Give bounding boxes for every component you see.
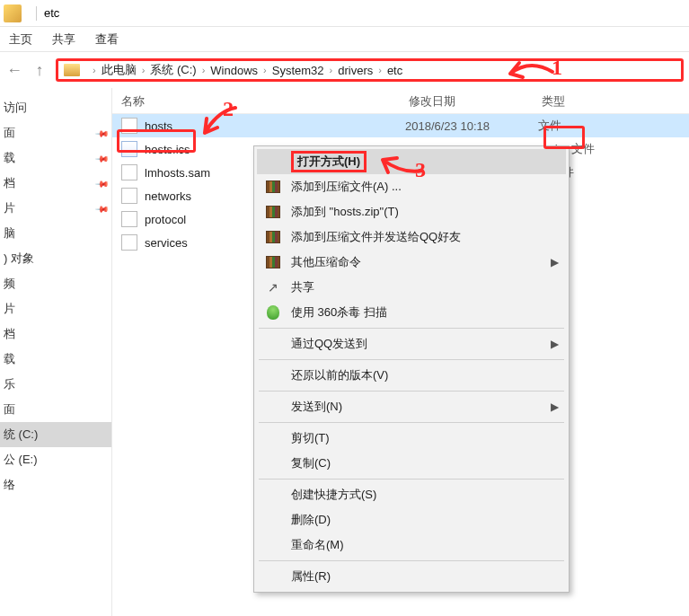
context-menu-label: 剪切(T)	[291, 430, 559, 446]
blank-icon	[264, 153, 282, 171]
sidebar-item[interactable]: 访问	[0, 95, 111, 120]
file-icon	[121, 188, 137, 204]
context-menu-label: 添加到压缩文件(A) ...	[291, 179, 559, 195]
sidebar-item-label: 档	[4, 175, 15, 191]
chevron-right-icon: ▶	[551, 338, 559, 350]
address-bar: ← ↑ › 此电脑 › 系统 (C:) › Windows › System32…	[0, 52, 689, 88]
sidebar-item[interactable]: 乐	[0, 372, 111, 397]
context-menu-label: 属性(R)	[291, 568, 559, 585]
context-menu-item[interactable]: ↗共享	[257, 275, 566, 300]
blank-icon	[264, 511, 282, 529]
context-menu-item[interactable]: 还原以前的版本(V)	[257, 363, 566, 388]
ribbon-tabs: 主页 共享 查看	[0, 27, 689, 52]
blank-icon	[264, 486, 282, 504]
context-menu-item[interactable]: 其他压缩命令▶	[257, 250, 566, 275]
context-menu-label: 发送到(N)	[291, 399, 551, 415]
menu-separator	[259, 328, 564, 329]
context-menu: 打开方式(H)添加到压缩文件(A) ...添加到 "hosts.zip"(T)添…	[253, 145, 570, 593]
context-menu-item[interactable]: 发送到(N)▶	[257, 394, 566, 419]
context-menu-item[interactable]: 剪切(T)	[257, 426, 566, 451]
sidebar-item[interactable]: 档	[0, 321, 111, 347]
context-menu-label: 共享	[291, 279, 559, 295]
breadcrumb-segment[interactable]: etc	[387, 64, 402, 77]
context-menu-item[interactable]: 重命名(M)	[257, 532, 566, 558]
blank-icon	[264, 366, 282, 384]
context-menu-item[interactable]: 打开方式(H)	[257, 149, 566, 174]
sidebar-item[interactable]: ) 对象	[0, 246, 111, 271]
tab-view[interactable]: 查看	[95, 31, 119, 48]
sidebar-item[interactable]: 频	[0, 271, 111, 296]
menu-separator	[259, 422, 564, 423]
breadcrumb-segment[interactable]: drivers	[338, 64, 373, 77]
chevron-right-icon: ›	[263, 65, 267, 75]
breadcrumb-segment[interactable]: System32	[272, 64, 324, 77]
file-date: 2018/6/23 10:18	[405, 119, 538, 133]
column-date[interactable]: 修改日期	[409, 93, 542, 110]
context-menu-item[interactable]: 添加到压缩文件(A) ...	[257, 174, 566, 199]
sidebar-item[interactable]: 档📌	[0, 171, 111, 196]
sidebar-item[interactable]: 片	[0, 296, 111, 321]
sidebar-item-label: 片	[4, 301, 15, 317]
tab-share[interactable]: 共享	[52, 31, 75, 48]
context-menu-label: 添加到 "hosts.zip"(T)	[291, 204, 559, 220]
shield-icon	[264, 304, 282, 321]
menu-separator	[259, 391, 564, 392]
sidebar-item[interactable]: 载	[0, 347, 111, 372]
context-menu-item[interactable]: 属性(R)	[257, 564, 566, 589]
breadcrumb-segment[interactable]: 此电脑	[102, 62, 137, 78]
archive-icon	[264, 253, 282, 271]
archive-icon	[264, 228, 282, 246]
sidebar-item[interactable]: 面📌	[0, 120, 111, 145]
context-menu-label: 打开方式(H)	[291, 151, 559, 172]
context-menu-label: 通过QQ发送到	[291, 336, 551, 352]
breadcrumb-segment[interactable]: Windows	[210, 64, 258, 77]
breadcrumb[interactable]: › 此电脑 › 系统 (C:) › Windows › System32 › d…	[56, 58, 684, 82]
sidebar-item[interactable]: 片📌	[0, 196, 111, 221]
title-bar: etc	[0, 0, 689, 27]
tab-home[interactable]: 主页	[9, 31, 32, 48]
file-row[interactable]: hosts2018/6/23 10:18文件	[112, 114, 689, 137]
context-menu-item[interactable]: 创建快捷方式(S)	[257, 482, 566, 507]
context-menu-item[interactable]: 删除(D)	[257, 507, 566, 532]
sidebar-item[interactable]: 公 (E:)	[0, 447, 111, 472]
chevron-right-icon: ▶	[551, 256, 559, 268]
context-menu-label: 复制(C)	[291, 455, 559, 471]
context-menu-item[interactable]: 通过QQ发送到▶	[257, 331, 566, 356]
chevron-right-icon: ›	[142, 65, 146, 75]
pin-icon: 📌	[95, 151, 110, 165]
sidebar-item[interactable]: 统 (C:)	[0, 422, 111, 447]
sidebar-item-label: 面	[4, 125, 15, 141]
column-name[interactable]: 名称	[121, 93, 409, 110]
pin-icon: 📌	[95, 126, 110, 140]
context-menu-item[interactable]: 使用 360杀毒 扫描	[257, 300, 566, 325]
sidebar-item-label: 访问	[4, 100, 27, 116]
separator	[36, 6, 37, 21]
breadcrumb-segment[interactable]: 系统 (C:)	[150, 62, 196, 78]
file-type: 文件	[538, 118, 561, 134]
context-menu-label: 创建快捷方式(S)	[291, 487, 559, 503]
column-type[interactable]: 类型	[542, 93, 614, 110]
window-title: etc	[44, 6, 59, 20]
nav-back-icon[interactable]: ←	[5, 61, 23, 80]
sidebar-item-label: 面	[4, 401, 15, 418]
sidebar-item-label: 载	[4, 150, 15, 166]
pin-icon: 📌	[95, 201, 110, 216]
context-menu-label: 重命名(M)	[291, 537, 559, 553]
column-headers: 名称 修改日期 类型	[112, 88, 689, 114]
file-icon	[121, 211, 137, 227]
context-menu-item[interactable]: 添加到压缩文件并发送给QQ好友	[257, 224, 566, 250]
blank-icon	[264, 568, 282, 585]
context-menu-item[interactable]: 添加到 "hosts.zip"(T)	[257, 199, 566, 224]
menu-separator	[259, 479, 564, 480]
sidebar-item[interactable]: 络	[0, 472, 111, 497]
sidebar-item[interactable]: 面	[0, 397, 111, 422]
nav-up-icon[interactable]: ↑	[31, 61, 49, 80]
sidebar: 访问面📌载📌档📌片📌脑) 对象频片档载乐面统 (C:)公 (E:)络	[0, 88, 112, 616]
context-menu-item[interactable]: 复制(C)	[257, 451, 566, 476]
folder-icon	[4, 4, 22, 22]
chevron-right-icon: ›	[378, 65, 382, 75]
context-menu-label: 还原以前的版本(V)	[291, 367, 559, 383]
archive-icon	[264, 203, 282, 221]
sidebar-item[interactable]: 脑	[0, 221, 111, 246]
sidebar-item[interactable]: 载📌	[0, 145, 111, 171]
